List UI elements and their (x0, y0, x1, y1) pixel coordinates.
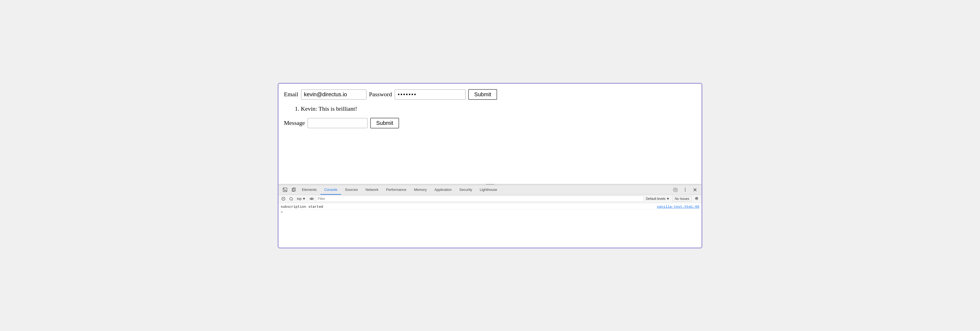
devtools-tabs-bar: Elements Console Sources Network Perform… (278, 185, 702, 195)
console-toolbar: top ▼ Default levels ▼ No Issues (278, 195, 702, 203)
password-input[interactable] (395, 90, 466, 99)
login-form-row: Email Password Submit (284, 89, 696, 100)
console-filter-input[interactable] (316, 196, 644, 202)
tab-elements[interactable]: Elements (298, 185, 320, 195)
tab-performance[interactable]: Performance (382, 185, 410, 195)
console-filter-icon[interactable] (288, 195, 294, 202)
message-list: 1. Kevin: This is brilliant! (295, 105, 696, 112)
console-log-text: subscription started (281, 205, 323, 209)
page-content: Email Password Submit 1. Kevin: This is … (278, 84, 702, 184)
tab-console[interactable]: Console (320, 185, 341, 195)
devtools-more-icon[interactable] (681, 185, 690, 194)
message-input[interactable] (308, 118, 368, 128)
email-label: Email (284, 91, 298, 98)
devtools-device-icon[interactable] (290, 185, 298, 194)
login-submit-button[interactable]: Submit (468, 89, 497, 100)
email-input[interactable] (301, 90, 366, 99)
default-levels-label: Default levels (646, 197, 666, 201)
tab-network[interactable]: Network (362, 185, 382, 195)
message-submit-button[interactable]: Submit (370, 118, 399, 128)
console-clear-icon[interactable] (280, 195, 286, 202)
default-levels-dropdown-icon: ▼ (667, 197, 670, 201)
drag-handle-indicator (486, 184, 494, 185)
console-log-source[interactable]: vanilla-test.html:66 (657, 205, 699, 209)
context-selector[interactable]: top ▼ (295, 196, 307, 201)
svg-point-12 (311, 198, 312, 199)
context-label: top (297, 197, 302, 201)
devtools-settings-icon[interactable] (671, 185, 680, 194)
default-levels-button[interactable]: Default levels ▼ (645, 196, 671, 201)
svg-point-4 (685, 189, 686, 190)
message-form-row: Message Submit (284, 118, 696, 128)
devtools-inspect-icon[interactable] (281, 185, 290, 194)
context-dropdown-icon: ▼ (302, 197, 306, 201)
tab-security[interactable]: Security (455, 185, 476, 195)
console-prompt-symbol: > (281, 210, 283, 214)
no-issues-label: No Issues (675, 197, 689, 201)
svg-point-5 (685, 191, 686, 192)
devtools-close-icon[interactable] (690, 185, 699, 194)
console-prompt[interactable]: > (281, 209, 699, 215)
message-list-item: 1. Kevin: This is brilliant! (295, 105, 357, 112)
devtools-panel: Elements Console Sources Network Perform… (278, 185, 702, 248)
browser-window: Email Password Submit 1. Kevin: This is … (278, 83, 702, 248)
devtools-right-icons (671, 185, 699, 194)
tab-memory[interactable]: Memory (410, 185, 431, 195)
console-body: subscription started vanilla-test.html:6… (278, 203, 702, 248)
no-issues-button[interactable]: No Issues (672, 196, 692, 201)
message-label: Message (284, 120, 305, 126)
svg-point-3 (685, 188, 686, 189)
console-settings-icon[interactable] (694, 195, 700, 202)
svg-line-11 (292, 200, 293, 200)
tab-lighthouse[interactable]: Lighthouse (476, 185, 501, 195)
tab-sources[interactable]: Sources (341, 185, 362, 195)
eye-icon[interactable] (309, 195, 315, 202)
toolbar-right: Default levels ▼ No Issues (645, 195, 700, 202)
password-label: Password (369, 91, 392, 98)
tab-application[interactable]: Application (431, 185, 456, 195)
console-log-line: subscription started vanilla-test.html:6… (281, 204, 699, 209)
